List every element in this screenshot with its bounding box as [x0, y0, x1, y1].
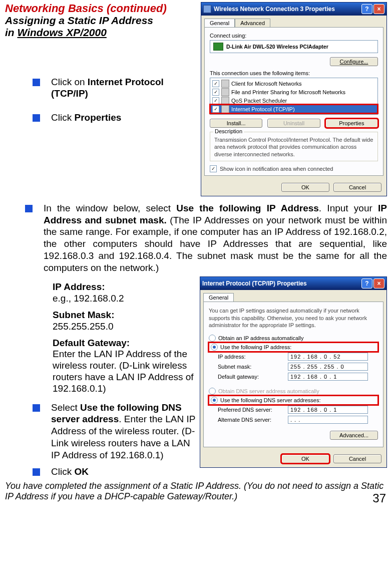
ip-address-info: IP Address: e.g., 192.168.0.2	[53, 281, 198, 305]
sm-field[interactable]: 255 . 255 . 255 . 0	[288, 363, 368, 371]
description-label: Description	[213, 128, 244, 134]
bullet-2a: Click	[51, 112, 74, 123]
titlebar: Internet Protocol (TCP/IP) Properties ? …	[200, 277, 386, 290]
bullet-1a: Click on	[51, 77, 88, 87]
install-button[interactable]: Install...	[210, 119, 262, 128]
ip-address-label: IP Address:	[53, 281, 198, 293]
bullet-2: Click Properties	[33, 112, 196, 124]
dialog-title: Wireless Network Connection 3 Properties	[214, 6, 335, 13]
preferred-dns-row: Preferred DNS server: 192 . 168 . 0 . 1	[209, 405, 378, 415]
ip-address-row: IP address: 192 . 168 . 0 . 52	[209, 352, 378, 362]
app-icon	[203, 5, 211, 13]
description-group: Description Transmission Control Protoco…	[210, 132, 378, 161]
sm-label: Subnet mask:	[218, 364, 288, 370]
radio-icon	[211, 344, 218, 351]
radio-use-ip[interactable]: Use the following IP address:	[209, 343, 378, 352]
tabs: General Advanced	[204, 19, 383, 27]
bullet-2-text: Click Properties	[51, 112, 196, 124]
gateway-info: Default Gateway: Enter the LAN IP Addres…	[53, 338, 198, 395]
list-item-tcpip[interactable]: ✓ Internet Protocol (TCP/IP)	[210, 105, 377, 113]
service-icon	[221, 88, 229, 96]
bullet-4: Select Use the following DNS server addr…	[33, 402, 198, 461]
properties-button[interactable]: Properties	[325, 119, 378, 128]
radio-obtain-ip[interactable]: Obtain an IP address automatically	[209, 334, 378, 343]
show-icon-row[interactable]: ✓ Show icon in notification area when co…	[210, 165, 378, 172]
list-item[interactable]: ✓ QoS Packet Scheduler	[210, 96, 377, 105]
client-icon	[221, 80, 229, 88]
radio-use-dns[interactable]: Use the following DNS server addresses:	[209, 396, 378, 405]
subnet-mask-info: Subnet Mask: 255.255.255.0	[53, 310, 198, 333]
help-button[interactable]: ?	[361, 278, 372, 289]
bullet-3: In the window below, select Use the foll…	[25, 202, 387, 274]
checkbox-icon[interactable]: ✓	[212, 89, 219, 96]
bullet-square-icon	[33, 468, 40, 476]
b5b: OK	[74, 466, 89, 477]
item-text: Client for Microsoft Networks	[231, 81, 302, 87]
description-text: Transmission Control Protocol/Internet P…	[214, 136, 373, 158]
tab-panel-general: You can get IP settings assigned automat…	[203, 302, 383, 447]
adns-field[interactable]: . . .	[288, 416, 368, 424]
pdns-field[interactable]: 192 . 168 . 0 . 1	[288, 406, 368, 414]
item-text: File and Printer Sharing for Microsoft N…	[231, 89, 345, 95]
protocol-icon	[221, 105, 229, 113]
ok-button[interactable]: OK	[281, 454, 329, 463]
cancel-button[interactable]: Cancel	[333, 183, 381, 192]
tab-general[interactable]: General	[203, 293, 234, 302]
list-item[interactable]: ✓ File and Printer Sharing for Microsoft…	[210, 88, 377, 96]
bullet-5-text: Click OK	[51, 466, 198, 478]
bullet-1: Click on Internet Protocol (TCP/IP)	[33, 76, 196, 100]
dialog-footer: OK Cancel	[200, 450, 386, 467]
tab-panel-general: Connect using: D-Link Air DWL-520 Wirele…	[204, 27, 383, 176]
ip-field[interactable]: 192 . 168 . 0 . 52	[288, 353, 368, 361]
checkbox-icon[interactable]: ✓	[212, 97, 219, 104]
dialog-title: Internet Protocol (TCP/IP) Properties	[202, 280, 307, 287]
network-card-icon	[213, 43, 223, 51]
ok-button[interactable]: OK	[281, 183, 329, 192]
tcpip-properties-dialog: Internet Protocol (TCP/IP) Properties ? …	[200, 276, 387, 468]
gw-label: Default gateway:	[218, 374, 288, 380]
gw-field[interactable]: 192 . 168 . 0 . 1	[288, 373, 368, 381]
heading-in: in	[5, 27, 18, 38]
checkbox-icon[interactable]: ✓	[212, 80, 219, 87]
cancel-button[interactable]: Cancel	[333, 454, 381, 463]
bullet-square-icon	[33, 404, 40, 412]
heading-red: Networking Basics	[5, 2, 107, 15]
tab-general[interactable]: General	[204, 19, 235, 27]
checkbox-icon[interactable]: ✓	[212, 106, 219, 113]
bullet-square-icon	[33, 79, 40, 86]
close-button[interactable]: ×	[373, 4, 384, 14]
adapter-box: D-Link Air DWL-520 Wireless PCIAdapter	[210, 40, 378, 53]
subnet-mask-row: Subnet mask: 255 . 255 . 255 . 0	[209, 362, 378, 372]
tab-advanced[interactable]: Advanced	[235, 19, 270, 27]
adns-label: Alternate DNS server:	[218, 417, 288, 423]
advanced-button[interactable]: Advanced...	[330, 431, 378, 440]
bullet-square-icon	[25, 205, 33, 212]
list-item[interactable]: ✓ Client for Microsoft Networks	[210, 79, 377, 88]
intro-text: You can get IP settings assigned automat…	[209, 307, 378, 329]
bullet-4-text: Select Use the following DNS server addr…	[51, 402, 198, 461]
titlebar: Wireless Network Connection 3 Properties…	[201, 3, 386, 16]
radio-icon	[209, 335, 216, 342]
item-text: QoS Packet Scheduler	[231, 98, 287, 104]
b5a: Click	[51, 466, 74, 477]
show-icon-label: Show icon in notification area when conn…	[220, 166, 333, 172]
subnet-mask-value: 255.255.255.0	[53, 321, 198, 333]
bullet-square-icon	[33, 114, 40, 122]
pdns-label: Preferred DNS server:	[218, 407, 288, 413]
checkbox-icon[interactable]: ✓	[210, 165, 217, 172]
gateway-row: Default gateway: 192 . 168 . 0 . 1	[209, 372, 378, 382]
radio-label: Obtain DNS server address automatically	[218, 388, 319, 394]
close-button[interactable]: ×	[373, 278, 384, 289]
radio-label: Obtain an IP address automatically	[218, 335, 303, 341]
radio-icon	[211, 397, 218, 404]
bullet-2b: Properties	[74, 112, 121, 123]
radio-label: Use the following DNS server addresses:	[220, 397, 321, 403]
alternate-dns-row: Alternate DNS server: . . .	[209, 415, 378, 425]
configure-button[interactable]: Configure...	[330, 57, 378, 66]
items-listbox[interactable]: ✓ Client for Microsoft Networks ✓ File a…	[210, 78, 378, 115]
gateway-text: Enter the LAN IP Address of the wireless…	[53, 349, 198, 394]
bullet-1-text: Click on Internet Protocol (TCP/IP)	[51, 76, 196, 100]
help-button[interactable]: ?	[361, 4, 372, 14]
radio-obtain-dns: Obtain DNS server address automatically	[209, 387, 378, 396]
b4a: Select	[51, 402, 80, 413]
